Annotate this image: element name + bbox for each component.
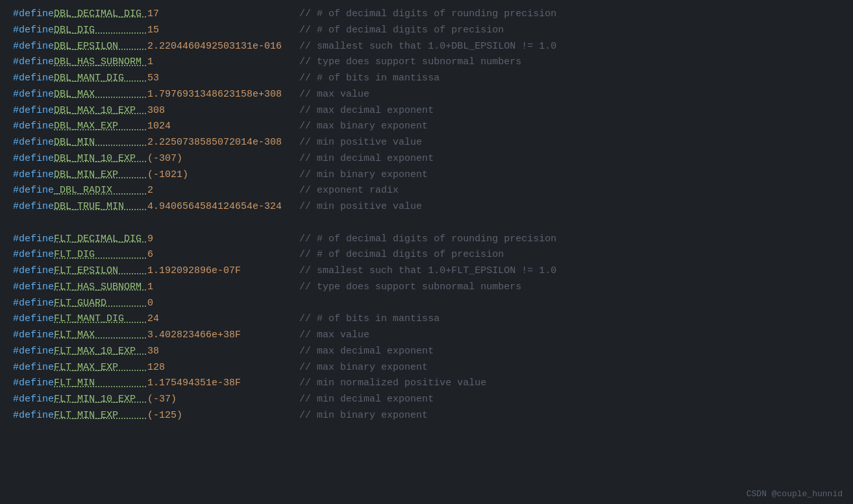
keyword: #define: [13, 280, 54, 296]
comment: // min decimal exponent: [299, 151, 434, 167]
keyword: #define: [13, 392, 54, 408]
comment: // # of bits in mantissa: [299, 71, 439, 87]
macro-name: FLT_MAX_10_EXP: [54, 344, 147, 360]
macro-name: FLT_MANT_DIG: [54, 311, 147, 328]
macro-name: DBL_MANT_DIG: [54, 71, 147, 87]
comment: // max binary exponent: [299, 119, 428, 135]
macro-value: 6: [147, 247, 299, 263]
code-line: #define FLT_MIN_10_EXP (-37) // min deci…: [13, 392, 840, 408]
macro-value: 1: [147, 280, 299, 296]
macro-name: FLT_MAX_EXP: [54, 360, 147, 376]
macro-name: FLT_MIN_EXP: [54, 408, 147, 424]
code-line: #define DBL_MAX_EXP 1024 // max binary e…: [13, 119, 840, 135]
code-line: #define FLT_MIN_EXP (-125) // min binary…: [13, 408, 840, 424]
macro-value: 2.2204460492503131e-016: [147, 39, 299, 55]
keyword: #define: [13, 71, 54, 87]
code-line: #define _DBL_RADIX 2 // exponent radix: [13, 183, 840, 199]
macro-name: _DBL_RADIX: [54, 183, 147, 199]
macro-value: 1.192092896e-07F: [147, 263, 299, 280]
comment: // max value: [299, 328, 369, 344]
code-line: #define DBL_HAS_SUBNORM 1 // type does s…: [13, 54, 840, 71]
macro-value: (-1021): [147, 167, 299, 184]
keyword: #define: [13, 360, 54, 376]
keyword: #define: [13, 408, 54, 424]
code-line: #define DBL_MIN_10_EXP (-307) // min dec…: [13, 151, 840, 167]
macro-value: 0: [147, 296, 299, 312]
macro-value: 24: [147, 311, 299, 328]
macro-name: DBL_MIN_EXP: [54, 167, 147, 184]
keyword: #define: [13, 87, 54, 103]
macro-name: DBL_DIG: [54, 23, 147, 39]
keyword: #define: [13, 247, 54, 263]
macro-name: FLT_GUARD: [54, 296, 147, 312]
macro-value: 1: [147, 54, 299, 71]
code-line: [13, 215, 840, 232]
keyword: #define: [13, 263, 54, 280]
comment: // # of decimal digits of rounding preci…: [299, 6, 556, 23]
code-line: #define DBL_MIN_EXP (-1021) // min binar…: [13, 167, 840, 184]
macro-name: DBL_TRUE_MIN: [54, 199, 147, 215]
comment: // # of decimal digits of rounding preci…: [299, 232, 556, 248]
code-line: #define DBL_MAX 1.7976931348623158e+308 …: [13, 87, 840, 103]
macro-name: FLT_MIN: [54, 376, 147, 392]
code-line: #define FLT_EPSILON 1.192092896e-07F // …: [13, 263, 840, 280]
macro-name: DBL_MAX_10_EXP: [54, 103, 147, 119]
keyword: #define: [13, 135, 54, 151]
macro-value: 9: [147, 232, 299, 248]
code-line: #define DBL_MAX_10_EXP 308 // max decima…: [13, 103, 840, 119]
macro-value: 38: [147, 344, 299, 360]
keyword: #define: [13, 232, 54, 248]
code-line: #define DBL_DIG 15 // # of decimal digit…: [13, 23, 840, 39]
macro-value: 4.9406564584124654e-324: [147, 199, 299, 215]
macro-value: 53: [147, 71, 299, 87]
code-line: #define FLT_DECIMAL_DIG 9 // # of decima…: [13, 232, 840, 248]
code-line: #define FLT_DIG 6 // # of decimal digits…: [13, 247, 840, 263]
comment: // min positive value: [299, 135, 422, 151]
comment: // min positive value: [299, 199, 422, 215]
macro-name: FLT_DIG: [54, 247, 147, 263]
macro-name: FLT_HAS_SUBNORM: [54, 280, 147, 296]
keyword: #define: [13, 23, 54, 39]
comment: // max value: [299, 87, 369, 103]
macro-value: (-37): [147, 392, 299, 408]
macro-value: 1.7976931348623158e+308: [147, 87, 299, 103]
comment: // smallest such that 1.0+DBL_EPSILON !=…: [299, 39, 556, 55]
keyword: #define: [13, 103, 54, 119]
macro-value: 17: [147, 6, 299, 23]
code-line: #define DBL_TRUE_MIN 4.9406564584124654e…: [13, 199, 840, 215]
comment: // exponent radix: [299, 183, 399, 199]
macro-value: 3.402823466e+38F: [147, 328, 299, 344]
comment: // smallest such that 1.0+FLT_EPSILON !=…: [299, 263, 556, 280]
code-line: #define FLT_MAX 3.402823466e+38F // max …: [13, 328, 840, 344]
keyword: #define: [13, 183, 54, 199]
macro-value: 1.175494351e-38F: [147, 376, 299, 392]
code-line: #define DBL_EPSILON 2.2204460492503131e-…: [13, 39, 840, 55]
keyword: #define: [13, 151, 54, 167]
comment: // # of bits in mantissa: [299, 311, 439, 328]
comment: // max decimal exponent: [299, 344, 434, 360]
macro-name: DBL_MAX: [54, 87, 147, 103]
code-line: #define FLT_MIN 1.175494351e-38F // min …: [13, 376, 840, 392]
macro-name: FLT_EPSILON: [54, 263, 147, 280]
keyword: #define: [13, 328, 54, 344]
code-line: #define FLT_MANT_DIG 24 // # of bits in …: [13, 311, 840, 328]
macro-name: FLT_MAX: [54, 328, 147, 344]
macro-value: 1024: [147, 119, 299, 135]
comment: // max binary exponent: [299, 360, 428, 376]
macro-value: 128: [147, 360, 299, 376]
keyword: #define: [13, 39, 54, 55]
code-line: #define FLT_MAX_EXP 128 // max binary ex…: [13, 360, 840, 376]
comment: // min binary exponent: [299, 167, 428, 184]
keyword: #define: [13, 119, 54, 135]
macro-name: FLT_DECIMAL_DIG: [54, 232, 147, 248]
comment: // min normalized positive value: [299, 376, 486, 392]
comment: // # of decimal digits of precision: [299, 247, 504, 263]
keyword: #define: [13, 167, 54, 184]
code-line: #define FLT_GUARD 0: [13, 296, 840, 312]
keyword: #define: [13, 54, 54, 71]
code-block: #define DBL_DECIMAL_DIG 17 // # of decim…: [0, 0, 853, 431]
code-line: #define FLT_MAX_10_EXP 38 // max decimal…: [13, 344, 840, 360]
macro-name: FLT_MIN_10_EXP: [54, 392, 147, 408]
macro-value: 2.2250738585072014e-308: [147, 135, 299, 151]
macro-value: (-307): [147, 151, 299, 167]
